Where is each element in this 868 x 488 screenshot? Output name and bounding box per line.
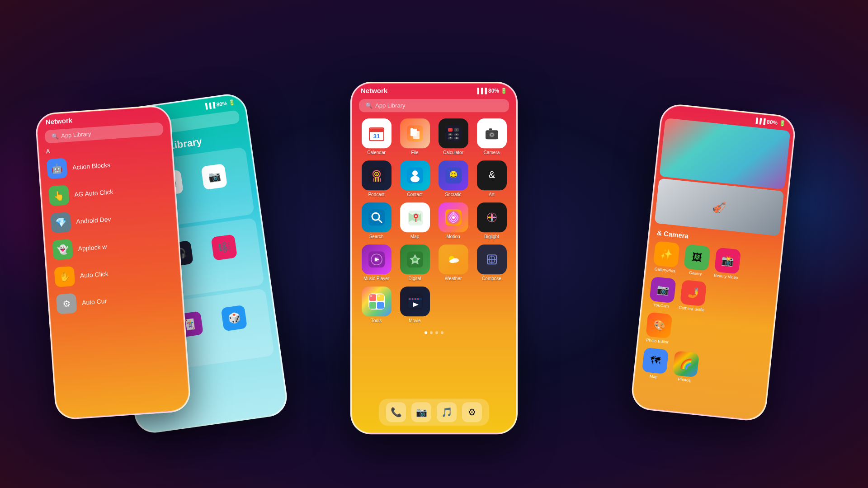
svg-rect-90 [415,298,416,300]
app-camera[interactable]: Camera [474,118,509,155]
search-icon-center: 🔍 [365,102,373,109]
app-digital[interactable]: Digital [397,244,432,281]
app-tools[interactable]: Tools [359,286,394,323]
galleryplus-label: GalleryPlus [654,267,675,273]
weather-label: Weather [445,276,462,281]
map-right-icon: 🗺 [642,347,669,374]
right-app-photos[interactable]: 🌈 Photos [670,351,701,384]
auto-click-label: Auto Click [80,270,108,279]
tools-label: Tools [371,318,382,323]
battery-right: 80% [766,118,778,126]
right-app-gallery[interactable]: 🖼 Gallery [682,244,712,277]
contact-icon [400,160,430,190]
svg-text:7: 7 [449,136,451,140]
calendar-label: Calendar [367,150,386,155]
svg-point-33 [376,174,377,175]
podcast-label: Podcast [368,192,384,197]
svg-point-72 [449,259,456,263]
phone-left-front: Network 🔍 App Library A 🤖 Action Blocks … [34,104,191,420]
app-calendar[interactable]: 31 Calendar [359,118,394,155]
svg-rect-34 [373,178,374,182]
svg-rect-38 [380,178,381,182]
phone-right: ▐▐▐ 80% 🔋 🎻 & Camera ✨ GalleryPlus 🖼 Gal… [630,103,797,422]
contact-label: Contact [407,192,422,197]
musicplayer-icon [362,244,392,274]
android-dev-icon: 💎 [50,212,71,233]
app-compose[interactable]: Compose [474,244,509,281]
app-file[interactable]: File [397,118,432,155]
dock: 📞 📷 🎵 ⚙ [379,399,489,426]
movie-icon [400,286,430,316]
dock-music-icon[interactable]: 🎵 [437,402,457,422]
svg-rect-50 [368,209,385,225]
dot-1 [425,331,427,334]
svg-rect-79 [369,294,376,301]
right-app-photoeditor[interactable]: 🎨 Photo Editor [644,312,674,345]
gallery-label: Gallery [689,270,702,276]
weather-icon [439,244,468,274]
svg-point-56 [415,215,417,217]
digital-icon [400,244,430,274]
action-blocks-icon: 🤖 [46,158,67,179]
biglight-label: Biglight [484,234,499,239]
signal-right: ▐▐▐ [754,117,766,125]
app-socratic[interactable]: Socratic [436,160,471,197]
svg-text:×: × [455,133,457,136]
svg-rect-37 [378,177,379,182]
art-icon: & [477,160,507,190]
right-app-cameraselfie[interactable]: 🤳 Camera Selfie [678,280,708,313]
music-icon-3[interactable]: 🎼 [211,234,238,261]
svg-rect-9 [413,128,420,129]
camera-label: Camera [484,150,500,155]
motion-label: Motion [446,234,460,239]
app-movie[interactable]: Movie [397,286,432,323]
svg-point-47 [455,173,456,174]
youcam-icon: 📷 [649,277,676,303]
right-app-map[interactable]: 🗺 Map [640,347,670,380]
socratic-label: Socratic [445,192,461,197]
auto-cur-icon: ⚙ [56,293,77,314]
applock-label: Applock w [78,243,107,252]
app-search[interactable]: Search [359,202,394,239]
signal-icon: ▐▐▐ [475,88,487,94]
search-bar-center[interactable]: 🔍 App Library [359,99,509,112]
applock-icon: 👻 [52,239,73,260]
app-calculator[interactable]: − + ÷ × 7 = Calculator [436,118,471,155]
network-title-left-front: Network [45,116,72,126]
app-contact[interactable]: Contact [397,160,432,197]
auto-cur-label: Auto Cur [81,297,107,306]
status-icons-right: ▐▐▐ 80% 🔋 [754,117,786,127]
svg-rect-8 [413,131,420,139]
app-biglight[interactable]: Biglight [474,202,509,239]
right-app-galleryplus[interactable]: ✨ GalleryPlus [651,241,681,274]
compose-label: Compose [482,276,501,281]
app-weather[interactable]: Weather [436,244,471,281]
status-bar-center: Network ▐▐▐ 80% 🔋 [352,83,516,96]
svg-point-68 [413,258,417,261]
camera-icon-sug[interactable]: 📷 [201,164,228,190]
svg-point-40 [412,170,418,176]
search-label: Search [369,234,384,239]
battery-icon-right: 🔋 [778,120,786,127]
dock-phone-icon[interactable]: 📞 [386,402,406,422]
right-app-youcam[interactable]: 📷 YouCam [647,276,678,309]
app-map[interactable]: Map [397,202,432,239]
android-dev-label: Android Dev [76,216,111,225]
ag-auto-label: AG Auto Click [74,188,113,198]
podcast-icon [362,160,392,190]
dock-camera-icon[interactable]: 📷 [411,402,431,422]
svg-rect-84 [378,295,380,297]
app-art[interactable]: & Art [474,160,509,197]
calculator-label: Calculator [443,150,463,155]
action-blocks-label: Action Blocks [72,161,110,171]
app-motion[interactable]: Motion [436,202,471,239]
map-right-label: Map [650,374,658,379]
photoeditor-icon: 🎨 [646,312,672,338]
svg-rect-36 [377,176,377,182]
dock-settings-icon[interactable]: ⚙ [462,402,482,422]
app-podcast[interactable]: Podcast [359,160,394,197]
page-dots [352,327,516,338]
game-icon-3[interactable]: 🎲 [221,305,248,332]
right-app-beautyvideo[interactable]: 📸 Beauty Video [712,247,743,280]
app-musicplayer[interactable]: Music Player [359,244,394,281]
